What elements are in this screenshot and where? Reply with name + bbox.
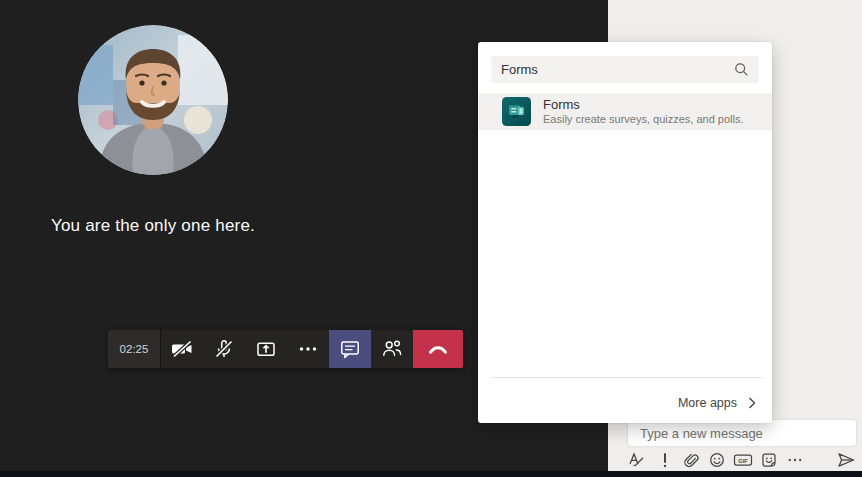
sticker-icon <box>760 451 778 469</box>
app-search-input[interactable] <box>491 62 733 77</box>
more-icon <box>786 451 804 469</box>
format-button[interactable] <box>628 449 652 471</box>
importance-button[interactable] <box>652 449 678 471</box>
gif-label: GIF <box>738 458 748 464</box>
forms-app-icon <box>502 97 531 126</box>
participants-button[interactable] <box>371 330 413 368</box>
app-search-box <box>491 56 759 83</box>
chat-button[interactable] <box>329 330 371 368</box>
gif-icon: GIF <box>733 451 753 469</box>
emoji-button[interactable] <box>704 449 730 471</box>
mic-off-button[interactable] <box>203 330 245 368</box>
importance-icon <box>656 451 674 469</box>
gif-button[interactable]: GIF <box>730 449 756 471</box>
emoji-icon <box>708 451 726 469</box>
call-toolbar: 02:25 <box>108 330 463 368</box>
result-title: Forms <box>543 97 744 112</box>
more-apps-label: More apps <box>678 396 737 410</box>
compose-more-button[interactable] <box>782 449 808 471</box>
more-options-button[interactable] <box>287 330 329 368</box>
attach-button[interactable] <box>678 449 704 471</box>
compose-toolbar: GIF <box>628 449 856 471</box>
share-screen-button[interactable] <box>245 330 287 368</box>
send-icon <box>836 450 856 470</box>
share-screen-icon <box>254 337 278 361</box>
magnifier-icon <box>733 61 750 78</box>
sticker-button[interactable] <box>756 449 782 471</box>
panel-divider <box>491 377 763 378</box>
more-apps-link[interactable]: More apps <box>678 396 756 410</box>
call-status-text: You are the only one here. <box>0 216 306 236</box>
format-icon <box>628 451 646 469</box>
participants-icon <box>380 337 404 361</box>
result-texts: Forms Easily create surveys, quizzes, an… <box>543 97 744 126</box>
result-subtitle: Easily create surveys, quizzes, and poll… <box>543 113 744 126</box>
send-button[interactable] <box>832 449 856 471</box>
mic-off-icon <box>212 337 236 361</box>
hang-up-button[interactable] <box>413 330 463 368</box>
hang-up-icon <box>426 337 450 361</box>
window-bottom-strip <box>0 471 862 477</box>
message-input-box <box>628 420 856 446</box>
more-options-icon <box>296 337 320 361</box>
chat-icon <box>338 337 362 361</box>
search-result-forms[interactable]: Forms Easily create surveys, quizzes, an… <box>478 93 772 130</box>
avatar-illustration <box>78 25 228 175</box>
chevron-right-icon <box>748 397 756 409</box>
app-search-popup: Forms Easily create surveys, quizzes, an… <box>478 42 772 423</box>
camera-off-icon <box>170 337 194 361</box>
teams-call-window: You are the only one here. 02:25 <box>0 0 862 477</box>
camera-off-button[interactable] <box>161 330 203 368</box>
attach-icon <box>682 451 700 469</box>
call-timer: 02:25 <box>108 330 161 368</box>
participant-avatar <box>78 25 228 175</box>
message-input[interactable] <box>628 426 856 441</box>
